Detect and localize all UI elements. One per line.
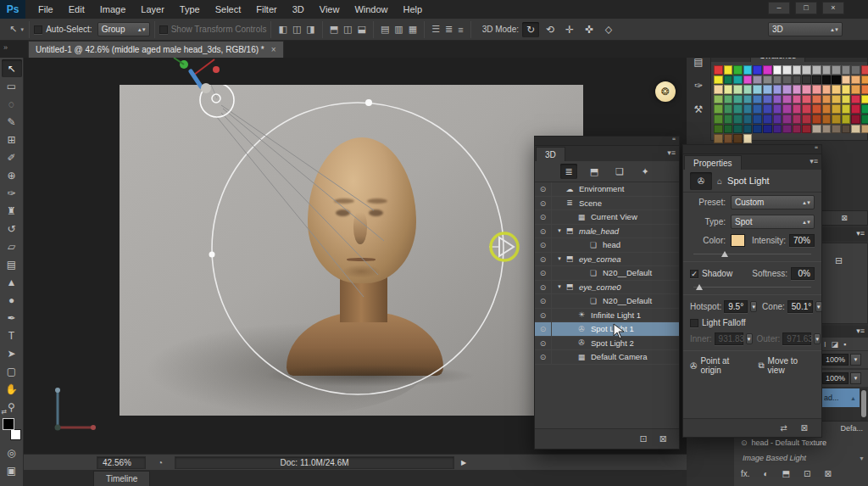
auto-select-checkbox[interactable]	[34, 25, 42, 34]
swatch-63[interactable]	[861, 95, 868, 104]
swatch-91[interactable]	[822, 115, 832, 124]
lock-transparency-icon[interactable]: I	[824, 340, 826, 349]
blur-tool[interactable]: ▲	[2, 273, 22, 291]
swatch-18[interactable]	[733, 75, 743, 85]
maximize-button[interactable]: □	[795, 2, 817, 14]
swatch-53[interactable]	[763, 95, 772, 104]
swatch-92[interactable]	[832, 115, 841, 124]
swatch-43[interactable]	[822, 85, 832, 94]
swatch-75[interactable]	[822, 104, 832, 114]
cone-field[interactable]: 50.1°	[787, 300, 813, 313]
swatch-105[interactable]	[802, 125, 811, 134]
swatch-21[interactable]	[763, 75, 772, 85]
swatch-104[interactable]	[793, 125, 802, 134]
swatch-83[interactable]	[743, 115, 753, 124]
tab-close-icon[interactable]: ×	[271, 45, 276, 54]
swatch-34[interactable]	[733, 85, 743, 94]
swatch-5[interactable]	[763, 65, 772, 75]
swatch-64[interactable]	[714, 104, 723, 114]
menu-item-window[interactable]: Window	[347, 0, 395, 19]
orbit-3d-icon[interactable]: ↻	[522, 22, 539, 37]
adjustment-layer-icon[interactable]: ◐	[764, 469, 769, 478]
swatch-70[interactable]	[773, 104, 782, 114]
swatch-15[interactable]	[861, 65, 868, 75]
swatch-16[interactable]	[714, 75, 723, 85]
swatch-82[interactable]	[733, 115, 743, 124]
swatch-42[interactable]	[812, 85, 821, 94]
brush-tool[interactable]: ✑	[2, 184, 22, 202]
eye-icon[interactable]: ⊙	[535, 322, 552, 336]
swatch-61[interactable]	[842, 95, 851, 104]
swatch-68[interactable]	[753, 104, 762, 114]
menu-item-help[interactable]: Help	[396, 0, 431, 19]
trash-icon[interactable]: ⊠	[801, 423, 808, 433]
lock-pixels-icon[interactable]: ◪	[832, 340, 839, 349]
align-top-icon[interactable]: ◧	[275, 23, 289, 36]
swatch-65[interactable]	[724, 104, 733, 114]
status-sync-icon[interactable]: ◔	[158, 458, 163, 467]
opacity-field[interactable]: 100%	[822, 354, 849, 366]
swatch-101[interactable]	[763, 125, 772, 134]
swatch-52[interactable]	[753, 95, 762, 104]
point-at-origin-button[interactable]: Point at origin	[700, 356, 749, 375]
intensity-slider[interactable]	[693, 250, 811, 259]
eye-icon[interactable]: ⊙	[535, 337, 552, 350]
tool-presets-icon[interactable]: ⚒	[694, 103, 704, 115]
move-tool[interactable]: ↖	[2, 59, 22, 77]
swatch-23[interactable]	[782, 75, 792, 85]
swatch-66[interactable]	[733, 104, 743, 114]
crop-tool[interactable]: ⊞	[2, 131, 22, 148]
filmstrip-icon[interactable]: ⊟	[835, 255, 843, 266]
swatch-58[interactable]	[812, 95, 821, 104]
swatch-55[interactable]	[782, 95, 792, 104]
trash-icon[interactable]: ⊠	[659, 433, 667, 444]
swatch-86[interactable]	[773, 115, 782, 124]
swatch-33[interactable]	[724, 85, 733, 94]
swatch-108[interactable]	[832, 125, 841, 134]
roll-3d-icon[interactable]: ⟲	[542, 22, 559, 37]
group-folder-icon[interactable]: ⬒	[782, 469, 790, 478]
swatch-6[interactable]	[773, 65, 782, 75]
swatch-9[interactable]	[802, 65, 811, 75]
swatch-28[interactable]	[832, 75, 841, 85]
swatch-73[interactable]	[802, 104, 811, 114]
menu-item-3d[interactable]: 3D	[285, 0, 312, 19]
scale-3d-icon[interactable]: ⬦	[600, 22, 617, 37]
tree-row-scene[interactable]: ⊙≣Scene	[535, 197, 679, 211]
swatch-50[interactable]	[733, 95, 743, 104]
scrollbar-thumb[interactable]	[861, 390, 866, 417]
swatch-10[interactable]	[812, 65, 821, 75]
panel-menu-icon[interactable]: ▾≡	[856, 229, 865, 237]
reset-icon[interactable]: ⇄	[780, 423, 787, 433]
hand-tool[interactable]: ✋	[2, 380, 22, 398]
swatch-110[interactable]	[851, 125, 860, 134]
swatch-19[interactable]	[743, 75, 753, 85]
light-falloff-checkbox[interactable]	[690, 319, 698, 327]
eraser-tool[interactable]: ▱	[2, 237, 22, 255]
tree-row-infinite-light-1[interactable]: ⊙☀Infinite Light 1	[535, 309, 679, 323]
chevron-down-icon[interactable]: ▼	[850, 372, 861, 384]
swatch-12[interactable]	[832, 65, 841, 75]
swatch-8[interactable]	[793, 65, 802, 75]
workspace-dropdown[interactable]: 3D ▲▼	[768, 22, 843, 36]
healing-brush-tool[interactable]: ⊕	[2, 166, 22, 184]
brush-presets-icon[interactable]: ✑	[694, 80, 703, 92]
eye-icon[interactable]: ⊙	[535, 210, 552, 224]
eye-icon[interactable]: ⊙	[535, 225, 552, 238]
align-right-icon[interactable]: ⬓	[355, 23, 369, 36]
eye-icon[interactable]: ⊙	[535, 266, 552, 280]
swatch-111[interactable]	[861, 125, 868, 134]
softness-field[interactable]: 0%	[791, 267, 815, 280]
swatch-32[interactable]	[714, 85, 723, 94]
swatch-113[interactable]	[724, 134, 733, 143]
eye-icon[interactable]: ⊙	[535, 281, 552, 294]
swatch-60[interactable]	[832, 95, 841, 104]
tab-timeline[interactable]: Timeline	[93, 471, 150, 486]
swatch-57[interactable]	[802, 95, 811, 104]
swatch-109[interactable]	[842, 125, 851, 134]
tab-3d[interactable]: 3D	[536, 147, 565, 161]
quick-selection-tool[interactable]: ✎	[2, 113, 22, 131]
menu-item-image[interactable]: Image	[92, 0, 134, 19]
swatch-27[interactable]	[822, 75, 832, 85]
new-item-icon[interactable]: ⊡	[640, 433, 648, 444]
